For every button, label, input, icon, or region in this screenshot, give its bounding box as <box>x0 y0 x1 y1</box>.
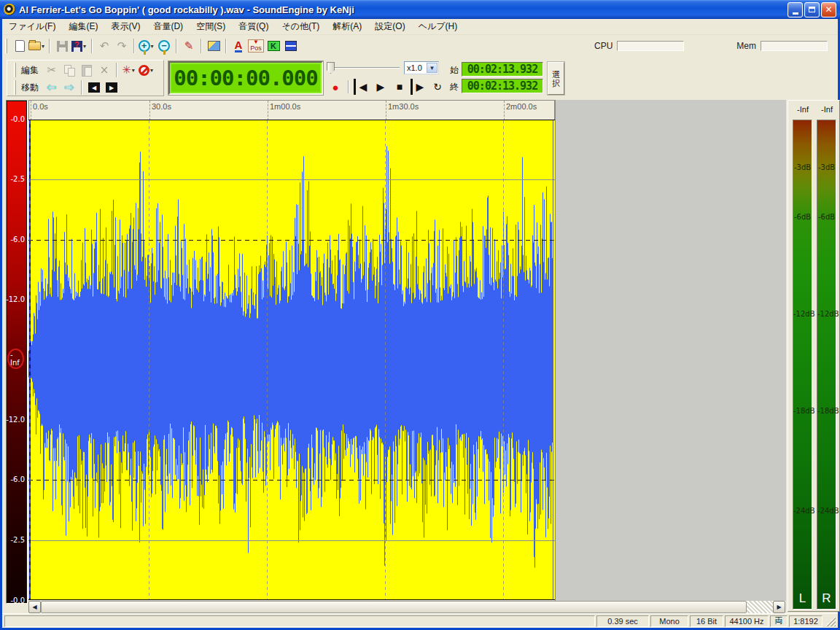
zoom-out-icon[interactable]: − <box>155 37 173 55</box>
selection-end-field[interactable]: 00:02:13.932 <box>462 79 543 93</box>
combo-dropdown-icon[interactable]: ▼ <box>427 63 438 73</box>
play-button[interactable]: ▶ <box>373 79 389 95</box>
stop-button[interactable]: ■ <box>392 79 408 95</box>
playback-cursor[interactable] <box>29 120 31 600</box>
select-button[interactable]: 選 択 <box>548 62 564 95</box>
selection-start-field[interactable]: 00:02:13.932 <box>462 62 543 77</box>
time-display-value: 00:00:00.000 <box>174 66 318 90</box>
step-forward-button[interactable]: ▶ <box>411 79 427 95</box>
menu-item-8[interactable]: 設定(O) <box>368 18 411 35</box>
level-bars-icon[interactable] <box>282 37 300 55</box>
resize-grip[interactable] <box>825 616 836 626</box>
effect-star-icon: ✳ <box>122 65 131 76</box>
status-panel-4: 両 <box>770 615 788 627</box>
wave-next-icon[interactable]: ▶ <box>103 79 120 96</box>
close-icon: ✕ <box>825 4 832 15</box>
paste-icon <box>82 65 93 76</box>
font-icon: A <box>235 40 243 52</box>
speed-combo[interactable]: x1.0 ▼ <box>404 61 439 74</box>
cpu-gauge <box>617 41 684 51</box>
empty-client-area <box>555 100 786 601</box>
horizontal-scrollbar[interactable]: ◀ ▶ <box>28 601 785 613</box>
time-gridline <box>149 120 149 600</box>
loop-button[interactable]: ↻ <box>429 79 446 95</box>
mem-gauge <box>761 41 828 51</box>
maximize-button[interactable] <box>804 2 820 18</box>
title-bar[interactable]: Al Ferrier-Let's Go Boppin' ( good rocka… <box>0 0 840 19</box>
status-panel-1: Mono <box>650 615 688 627</box>
dropdown-arrow-icon[interactable]: ▾ <box>42 43 44 50</box>
move-row-drag-handle[interactable] <box>14 80 16 95</box>
move-left-icon[interactable]: ⇦ <box>43 79 61 96</box>
meter-mark-label: -6dB <box>793 212 812 220</box>
db-scale-label: -Inf <box>7 349 24 369</box>
menu-item-3[interactable]: 音量(D) <box>147 18 190 35</box>
speed-slider-thumb[interactable] <box>327 62 335 74</box>
scrollbar-track[interactable] <box>747 601 773 613</box>
menu-item-7[interactable]: 解析(A) <box>326 18 368 35</box>
menu-item-5[interactable]: 音質(Q) <box>232 18 275 35</box>
menu-item-1[interactable]: 編集(E) <box>62 18 104 35</box>
level-bars-icon <box>285 41 297 51</box>
ruler-tick-label: 30.0s <box>149 102 171 111</box>
delete-icon: × <box>96 61 113 79</box>
analysis-graph-icon[interactable]: K <box>265 37 282 55</box>
dropdown-arrow-icon[interactable]: ▾ <box>151 43 154 50</box>
undo-icon: ↶ <box>100 41 109 52</box>
menu-item-9[interactable]: ヘルプ(H) <box>412 18 464 35</box>
toolbar-separator <box>116 63 117 77</box>
meter-mark-label: -24dB <box>793 506 812 514</box>
mem-label: Mem <box>736 41 756 51</box>
image-icon[interactable] <box>205 37 222 55</box>
menu-item-4[interactable]: 空間(S) <box>190 18 232 35</box>
scroll-right-icon[interactable]: ▶ <box>773 601 785 613</box>
save-as-icon <box>71 41 82 52</box>
open-file-icon[interactable]: ▾ <box>28 37 46 55</box>
waveform-panel[interactable] <box>28 120 555 600</box>
dropdown-arrow-icon[interactable]: ▾ <box>83 43 86 50</box>
dropdown-arrow-icon[interactable]: ▾ <box>132 67 135 74</box>
db-scale-label: -12.0 <box>6 295 25 303</box>
move-right-icon[interactable]: ⇨ <box>61 79 78 96</box>
record-button[interactable]: ● <box>327 79 343 95</box>
edit-row-drag-handle[interactable] <box>14 63 16 77</box>
minimize-icon <box>793 12 798 15</box>
dropdown-arrow-icon[interactable]: ▾ <box>150 67 153 74</box>
redo-icon: ↷ <box>113 37 131 55</box>
menu-item-0[interactable]: ファイル(F) <box>2 18 62 35</box>
position-icon[interactable]: ▼Pos <box>247 37 265 55</box>
effect-star-icon[interactable]: ✳▾ <box>120 61 138 79</box>
marker-pen-icon[interactable]: ✎ <box>180 37 198 55</box>
position-icon: ▼Pos <box>248 39 264 52</box>
meter-mark-label: -18dB <box>817 407 836 415</box>
scroll-left-icon[interactable]: ◀ <box>28 601 41 613</box>
menu-item-6[interactable]: その他(T) <box>275 18 326 35</box>
db-scale-label: -6.0 <box>10 236 25 244</box>
wave-prev-icon[interactable]: ◀ <box>85 79 103 96</box>
wave-prev-icon: ◀ <box>88 82 100 93</box>
copy-icon <box>61 61 78 79</box>
waveform-canvas[interactable] <box>28 120 555 600</box>
scrollbar-thumb[interactable] <box>41 601 747 613</box>
menu-item-2[interactable]: 表示(V) <box>104 18 147 35</box>
skip-start-button[interactable]: ◀ <box>354 79 370 95</box>
cancel-circle-icon[interactable]: ▾ <box>138 61 155 79</box>
new-file-icon[interactable] <box>11 37 28 55</box>
status-bar: 0.39 secMono16 Bit44100 Hz両1:8192 <box>2 613 838 628</box>
transport-separator <box>348 80 349 93</box>
speed-value: x1.0 <box>405 63 427 72</box>
font-icon[interactable]: A <box>230 37 247 55</box>
db-gridline <box>28 179 555 180</box>
close-button[interactable]: ✕ <box>821 2 836 18</box>
zoom-in-icon[interactable]: +▾ <box>138 37 155 55</box>
time-ruler[interactable]: 0.0s30.0s1m00.0s1m30.0s2m00.0s <box>28 100 555 120</box>
ruler-tick-label: 0.0s <box>31 102 48 111</box>
ruler-tick-label: 1m30.0s <box>386 102 419 111</box>
toolbar-separator <box>176 39 177 53</box>
toolbar-drag-handle[interactable] <box>5 39 7 53</box>
toolbar-separator <box>133 39 135 53</box>
status-panel-2: 16 Bit <box>690 615 723 627</box>
minimize-button[interactable] <box>788 2 803 18</box>
speed-slider[interactable] <box>328 67 400 69</box>
save-as-icon[interactable]: ▾ <box>71 37 88 55</box>
